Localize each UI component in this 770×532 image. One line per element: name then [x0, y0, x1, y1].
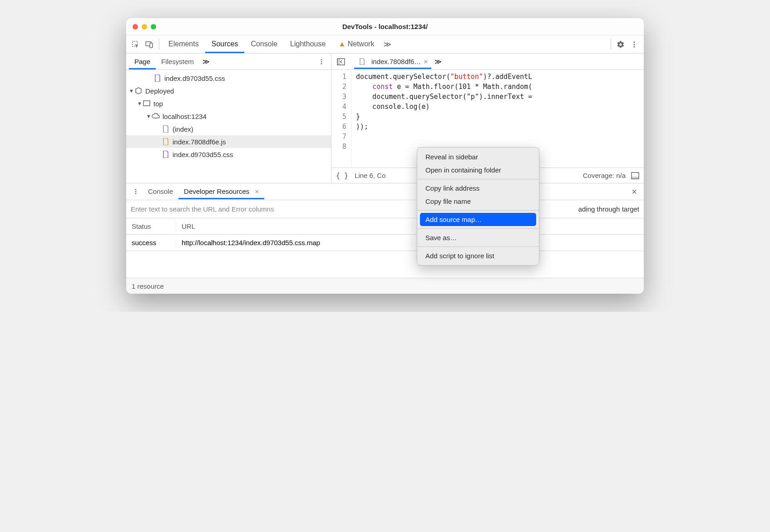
- toggle-navigator-icon[interactable]: [334, 55, 348, 69]
- divider: [159, 39, 159, 50]
- cloud-icon: [152, 113, 160, 119]
- tree-label: localhost:1234: [163, 113, 207, 120]
- divider: [611, 39, 611, 50]
- navigator-tab-page[interactable]: Page: [129, 54, 156, 69]
- navigator-menu-icon[interactable]: [315, 55, 328, 69]
- deployed-icon: [134, 87, 143, 94]
- file-index[interactable]: (index): [126, 123, 331, 135]
- svg-point-8: [321, 63, 322, 64]
- menu-reveal-in-sidebar[interactable]: Reveal in sidebar: [417, 150, 539, 163]
- file-js[interactable]: index.7808df6e.js: [126, 135, 331, 148]
- more-navigator-tabs-icon[interactable]: ≫: [199, 55, 213, 69]
- coverage-label: Coverage: n/a: [583, 172, 626, 179]
- drawer-footer: 1 resource: [126, 278, 644, 294]
- file-label: (index): [173, 125, 193, 133]
- close-tab-icon[interactable]: ×: [424, 58, 428, 65]
- warning-icon: ▲: [338, 40, 346, 48]
- devtools-window: DevTools - localhost:1234/ Elements Sour…: [126, 18, 644, 294]
- menu-separator: [417, 246, 539, 247]
- menu-separator: [417, 179, 539, 179]
- navigator-tab-filesystem[interactable]: Filesystem: [156, 54, 199, 69]
- pretty-print-icon[interactable]: { }: [336, 172, 348, 180]
- file-css2[interactable]: index.d9703d55.css: [126, 148, 331, 161]
- device-toolbar-icon[interactable]: [143, 38, 156, 51]
- tab-sources[interactable]: Sources: [205, 36, 245, 53]
- svg-point-3: [633, 41, 635, 43]
- cell-status: success: [126, 239, 176, 246]
- col-status[interactable]: Status: [126, 222, 176, 230]
- file-label: index.d9703d55.css: [164, 74, 225, 82]
- file-icon: [162, 125, 170, 133]
- tab-lighthouse[interactable]: Lighthouse: [284, 36, 332, 53]
- svg-point-7: [321, 61, 322, 62]
- table-row[interactable]: success http://localhost:1234/index.d970…: [126, 235, 644, 251]
- file-css[interactable]: index.d9703d55.css: [126, 72, 331, 84]
- menu-copy-filename[interactable]: Copy file name: [417, 195, 539, 208]
- editor-tab[interactable]: index.7808df6… ×: [354, 54, 431, 69]
- window-zoom-button[interactable]: [151, 24, 156, 30]
- menu-copy-link[interactable]: Copy link address: [417, 182, 539, 195]
- window-title: DevTools - localhost:1234/: [126, 23, 644, 30]
- svg-point-15: [135, 191, 137, 192]
- col-url[interactable]: URL: [176, 222, 412, 230]
- more-tabs-icon[interactable]: ≫: [380, 38, 394, 51]
- menu-add-ignore-list[interactable]: Add script to ignore list: [417, 249, 539, 262]
- tab-elements[interactable]: Elements: [162, 36, 205, 53]
- navigator-pane: Page Filesystem ≫ index.d9703d55.css ▼ D…: [126, 54, 331, 183]
- expand-icon: ▼: [129, 88, 134, 94]
- tab-console[interactable]: Console: [244, 36, 284, 53]
- more-editor-tabs-icon[interactable]: ≫: [431, 55, 445, 69]
- tree-deployed[interactable]: ▼ Deployed: [126, 84, 331, 97]
- tree-top[interactable]: ▼ top: [126, 97, 331, 110]
- drawer-tab-console[interactable]: Console: [143, 184, 178, 199]
- file-icon: [162, 138, 170, 145]
- drawer-menu-icon[interactable]: [129, 185, 143, 198]
- expand-icon: ▼: [146, 113, 152, 119]
- menu-save-as[interactable]: Save as…: [417, 231, 539, 244]
- drawer-tabs: Console Developer Resources × ×: [126, 183, 644, 200]
- file-icon: [162, 151, 170, 158]
- svg-point-6: [321, 59, 322, 60]
- drawer-tab-devres[interactable]: Developer Resources ×: [178, 184, 264, 199]
- editor-tab-label: index.7808df6…: [371, 58, 421, 65]
- window-minimize-button[interactable]: [142, 24, 147, 30]
- tab-network-label: Network: [348, 40, 375, 48]
- table-header: Status URL Error: [126, 218, 644, 235]
- inspect-element-icon[interactable]: [129, 38, 143, 51]
- frame-icon: [143, 100, 151, 107]
- settings-icon[interactable]: [614, 38, 627, 51]
- file-icon: [153, 74, 162, 82]
- menu-add-source-map[interactable]: Add source map…: [420, 213, 536, 226]
- file-icon: [358, 58, 366, 65]
- tree-label: Deployed: [145, 87, 174, 95]
- menu-open-folder[interactable]: Open in containing folder: [417, 163, 539, 177]
- expand-icon: ▼: [137, 101, 143, 106]
- svg-rect-11: [337, 59, 340, 65]
- svg-point-16: [135, 193, 137, 194]
- svg-point-4: [633, 44, 635, 45]
- menu-separator: [417, 210, 539, 211]
- cursor-position: Line 6, Co: [355, 172, 385, 179]
- cell-url: http://localhost:1234/index.d9703d55.css…: [176, 239, 412, 246]
- svg-point-5: [633, 46, 635, 47]
- line-gutter: 12345678: [331, 70, 351, 167]
- load-through-target-label: ading through target: [578, 205, 639, 213]
- tree-host[interactable]: ▼ localhost:1234: [126, 110, 331, 123]
- close-tab-icon[interactable]: ×: [255, 187, 259, 195]
- file-label: index.d9703d55.css: [173, 151, 233, 158]
- tree-label: top: [153, 100, 163, 108]
- window-close-button[interactable]: [133, 24, 138, 30]
- svg-rect-2: [150, 43, 153, 48]
- svg-rect-9: [143, 101, 150, 106]
- table-blank: [126, 251, 644, 278]
- main-toolbar: Elements Sources Console Lighthouse ▲ Ne…: [126, 35, 644, 54]
- context-menu: Reveal in sidebar Open in containing fol…: [417, 147, 539, 266]
- menu-separator: [417, 228, 539, 229]
- file-label: index.7808df6e.js: [173, 138, 226, 146]
- toggle-sidebar-icon[interactable]: [631, 172, 639, 179]
- svg-rect-13: [632, 177, 639, 179]
- resource-count: 1 resource: [132, 282, 164, 290]
- tab-network[interactable]: ▲ Network: [332, 36, 380, 53]
- kebab-menu-icon[interactable]: [627, 38, 641, 51]
- close-drawer-icon[interactable]: ×: [627, 185, 641, 198]
